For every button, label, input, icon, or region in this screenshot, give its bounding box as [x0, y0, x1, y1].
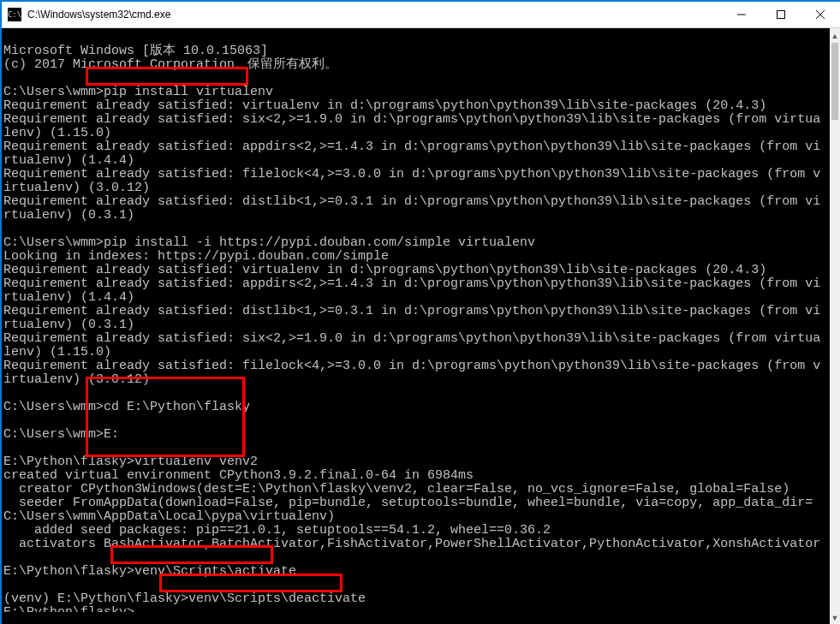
minimize-button[interactable] — [722, 2, 761, 27]
terminal-line: Requirement already satisfied: six<2,>=1… — [3, 331, 820, 360]
terminal-line: added seed packages: pip==21.0.1, setupt… — [3, 523, 551, 538]
window-title: C:\Windows\system32\cmd.exe — [27, 9, 170, 21]
terminal-line: Requirement already satisfied: appdirs<2… — [3, 276, 820, 305]
cmd-icon: C:\ — [8, 8, 21, 21]
terminal-line: Microsoft Windows [版本 10.0.15063] — [3, 44, 268, 58]
terminal-line: C:\Users\wmm>pip install -i https://pypi… — [3, 235, 535, 250]
titlebar[interactable]: C:\ C:\Windows\system32\cmd.exe — [2, 2, 840, 28]
terminal-line: C:\Users\wmm>pip install virtualenv — [3, 85, 273, 99]
terminal-line: created virtual environment CPython3.9.2… — [3, 468, 474, 483]
scroll-track[interactable] — [830, 43, 840, 610]
terminal-output[interactable]: Microsoft Windows [版本 10.0.15063] (c) 20… — [2, 41, 830, 612]
svg-rect-1 — [777, 11, 785, 19]
terminal-line: Requirement already satisfied: six<2,>=1… — [3, 112, 820, 140]
terminal-line: seeder FromAppData(download=False, pip=b… — [3, 496, 813, 524]
vertical-scrollbar[interactable]: ▲ ▼ — [830, 28, 840, 624]
scroll-down-button[interactable]: ▼ — [830, 610, 840, 624]
terminal-line: creator CPython3Windows(dest=E:\Python\f… — [3, 482, 789, 496]
close-button[interactable] — [801, 2, 840, 27]
terminal-line: (c) 2017 Microsoft Corporation。保留所有权利。 — [3, 57, 337, 72]
terminal-line: Requirement already satisfied: filelock<… — [3, 359, 820, 387]
terminal-area: Microsoft Windows [版本 10.0.15063] (c) 20… — [2, 28, 840, 624]
terminal-line: E:\Python\flasky> — [3, 605, 134, 612]
terminal-line: E:\Python\flasky>virtualenv venv2 — [3, 455, 258, 469]
terminal-line: (venv) E:\Python\flasky>venv\Scripts\dea… — [3, 591, 366, 606]
maximize-button[interactable] — [761, 2, 801, 27]
terminal-line: Requirement already satisfied: distlib<1… — [3, 194, 820, 223]
terminal-line: Requirement already satisfied: filelock<… — [3, 167, 820, 195]
terminal-line: Requirement already satisfied: virtualen… — [3, 98, 766, 113]
terminal-line: Requirement already satisfied: virtualen… — [3, 263, 766, 277]
terminal-line: Requirement already satisfied: appdirs<2… — [3, 140, 820, 168]
terminal-line: Requirement already satisfied: distlib<1… — [3, 304, 820, 332]
terminal-line: activators BashActivator,BatchActivator,… — [3, 537, 820, 551]
terminal-line: Looking in indexes: https://pypi.douban.… — [3, 249, 389, 264]
terminal-line: C:\Users\wmm>E: — [3, 427, 119, 442]
scroll-thumb[interactable] — [831, 43, 838, 120]
terminal-line: C:\Users\wmm>cd E:\Python\flasky — [3, 400, 250, 414]
scroll-up-button[interactable]: ▲ — [830, 28, 840, 43]
terminal-line: E:\Python\flasky>venv\Scripts\activate — [3, 564, 296, 579]
